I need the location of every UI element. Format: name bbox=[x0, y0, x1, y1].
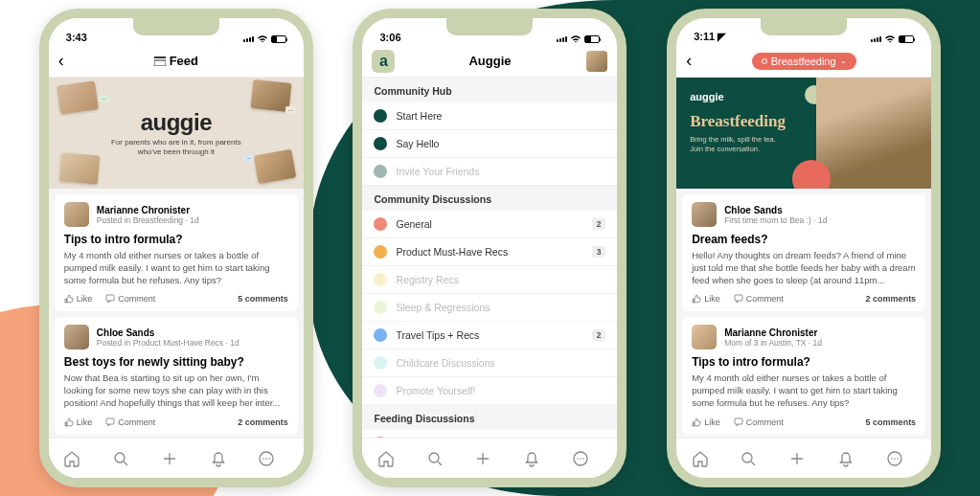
avatar[interactable] bbox=[64, 325, 89, 349]
list-item[interactable]: Childcare Discussions bbox=[362, 349, 617, 377]
nav-title: Breastfeeding bbox=[771, 56, 836, 67]
tab-add[interactable] bbox=[473, 449, 506, 468]
list-item[interactable]: Start Here bbox=[362, 102, 617, 130]
tab-notifications[interactable] bbox=[836, 449, 869, 468]
svg-point-22 bbox=[742, 453, 752, 462]
comment-button[interactable]: Comment bbox=[734, 294, 784, 304]
list-item[interactable]: Invite Your Friends bbox=[362, 158, 617, 186]
phone-notch bbox=[133, 18, 219, 35]
svg-rect-3 bbox=[106, 418, 114, 424]
svg-point-12 bbox=[429, 453, 439, 462]
comment-button[interactable]: Comment bbox=[105, 417, 155, 427]
back-button[interactable]: ‹ bbox=[686, 51, 692, 71]
list-item[interactable]: Say Hello bbox=[362, 130, 617, 158]
svg-point-9 bbox=[263, 458, 265, 460]
comment-count[interactable]: 5 comments bbox=[866, 417, 917, 427]
thumbs-up-icon bbox=[692, 294, 701, 304]
topic-hero: auggie Breastfeeding Bring the milk, spi… bbox=[676, 78, 931, 189]
like-button[interactable]: Like bbox=[64, 294, 93, 304]
tab-search[interactable] bbox=[111, 449, 144, 468]
app-logo[interactable]: a bbox=[372, 50, 395, 73]
tab-notifications[interactable] bbox=[522, 449, 555, 468]
nav-title: Feed bbox=[170, 54, 198, 68]
list-item[interactable]: Sleep & Regressions bbox=[362, 294, 617, 322]
category-dot-icon bbox=[374, 328, 387, 342]
post-body: My 4 month old either nurses or takes a … bbox=[64, 250, 288, 286]
tab-search[interactable] bbox=[425, 449, 458, 468]
hero-logo: auggie bbox=[690, 91, 786, 102]
avatar[interactable] bbox=[692, 202, 717, 227]
hero-banner[interactable]: ··· ··· ··· auggie For parents who are i… bbox=[49, 78, 304, 189]
post-body: Hello! Any thoughts on dream feeds? A fr… bbox=[692, 250, 916, 286]
comment-label: Comment bbox=[118, 294, 155, 304]
post-card[interactable]: Chloe Sands Posted in Product Must-Have … bbox=[55, 317, 298, 434]
battery-icon bbox=[271, 35, 286, 43]
list-item[interactable]: Breastfeeding2 bbox=[362, 430, 617, 438]
tab-messages[interactable] bbox=[885, 449, 918, 468]
tab-home[interactable] bbox=[62, 449, 95, 468]
topic-pill[interactable]: Breastfeeding ⌄ bbox=[752, 53, 856, 70]
hero-photo bbox=[59, 152, 100, 184]
tab-add[interactable] bbox=[787, 449, 820, 468]
list-item-label: Promote Yourself! bbox=[396, 385, 605, 396]
wifi-icon bbox=[257, 34, 268, 43]
list-item-label: General bbox=[396, 218, 582, 230]
tab-add[interactable] bbox=[160, 449, 193, 468]
svg-rect-2 bbox=[106, 295, 114, 301]
post-card[interactable]: Marianne Chronister Mom of 3 in Austin, … bbox=[682, 317, 925, 434]
like-button[interactable]: Like bbox=[692, 294, 720, 304]
list-item[interactable]: Registry Recs bbox=[362, 266, 617, 294]
post-title: Tips to intro formula? bbox=[692, 355, 916, 369]
comment-icon bbox=[105, 294, 115, 304]
phone-notch bbox=[446, 18, 533, 35]
tab-messages[interactable] bbox=[571, 449, 604, 468]
like-button[interactable]: Like bbox=[692, 417, 720, 427]
comment-icon bbox=[105, 417, 115, 427]
list-item[interactable]: Product Must-Have Recs3 bbox=[362, 238, 617, 266]
profile-avatar[interactable] bbox=[586, 51, 607, 72]
post-author: Marianne Chronister bbox=[97, 205, 199, 215]
tab-bar bbox=[676, 438, 931, 478]
comment-count[interactable]: 5 comments bbox=[238, 294, 288, 304]
category-dot-icon bbox=[374, 109, 387, 123]
status-time: 3:11 ◤ bbox=[694, 31, 725, 43]
list-item-label: Say Hello bbox=[396, 138, 605, 149]
tab-search[interactable] bbox=[739, 449, 771, 468]
phone-mockup-feed: 3:43 ‹ Feed bbox=[39, 9, 313, 487]
section-header: Community Hub bbox=[362, 78, 617, 102]
comment-count[interactable]: 2 comments bbox=[238, 417, 288, 427]
tab-messages[interactable] bbox=[257, 449, 289, 468]
list-item[interactable]: Promote Yourself! bbox=[362, 377, 617, 405]
list-item[interactable]: Travel Tips + Recs2 bbox=[362, 322, 617, 349]
list-item[interactable]: General2 bbox=[362, 211, 617, 238]
tab-notifications[interactable] bbox=[209, 449, 241, 468]
comment-button[interactable]: Comment bbox=[105, 294, 155, 304]
tab-bar bbox=[362, 438, 617, 478]
post-card[interactable]: Chloe Sands First time mom to Bea :) · 1… bbox=[682, 194, 925, 311]
hero-chip: ··· bbox=[243, 154, 254, 162]
avatar[interactable] bbox=[64, 202, 89, 227]
hero-chip: ··· bbox=[99, 95, 109, 102]
hero-title: Breastfeeding bbox=[690, 112, 786, 131]
tab-bar bbox=[49, 438, 304, 478]
nav-bar: a Auggie bbox=[362, 45, 617, 78]
category-dot-icon bbox=[374, 301, 387, 314]
tab-home[interactable] bbox=[691, 449, 723, 468]
comment-button[interactable]: Comment bbox=[734, 417, 784, 427]
category-dot-icon bbox=[374, 137, 387, 150]
post-title: Tips to intro formula? bbox=[64, 233, 288, 246]
avatar[interactable] bbox=[692, 325, 717, 349]
wifi-icon bbox=[570, 34, 581, 43]
like-button[interactable]: Like bbox=[64, 417, 93, 427]
wifi-icon bbox=[884, 34, 896, 43]
nav-bar: ‹ Feed bbox=[49, 45, 304, 78]
battery-icon bbox=[584, 35, 600, 43]
category-dot-icon bbox=[374, 245, 387, 259]
back-button[interactable]: ‹ bbox=[58, 51, 64, 71]
post-card[interactable]: Marianne Chronister Posted in Breastfeed… bbox=[55, 194, 298, 311]
like-label: Like bbox=[704, 294, 720, 304]
svg-rect-0 bbox=[154, 56, 166, 58]
comment-count[interactable]: 2 comments bbox=[866, 294, 917, 304]
comment-icon bbox=[734, 294, 743, 304]
tab-home[interactable] bbox=[376, 449, 409, 468]
